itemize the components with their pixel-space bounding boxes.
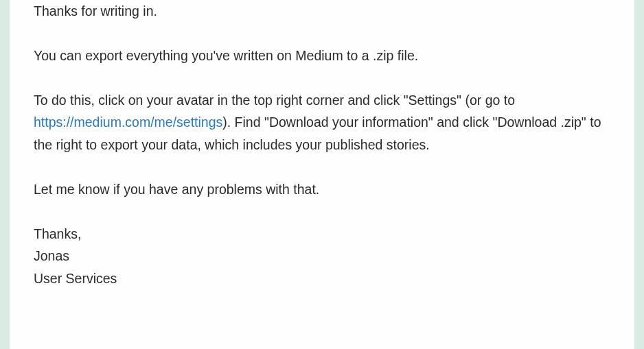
settings-link[interactable]: https://medium.com/me/settings xyxy=(34,115,222,130)
email-body: Thanks for writing in. You can export ev… xyxy=(10,0,634,349)
sender-team: User Services xyxy=(34,267,610,290)
instruction-pre-text: To do this, click on your avatar in the … xyxy=(34,93,515,108)
closing-word: Thanks, xyxy=(34,223,610,245)
page-container: Thanks for writing in. You can export ev… xyxy=(0,0,644,349)
sender-name: Jonas xyxy=(34,245,610,267)
followup-paragraph: Let me know if you have any problems wit… xyxy=(34,178,610,201)
greeting-line: Thanks for writing in. xyxy=(34,0,610,23)
margin-right xyxy=(634,0,644,349)
margin-left xyxy=(0,0,10,349)
instruction-paragraph: To do this, click on your avatar in the … xyxy=(34,89,610,156)
signature: Thanks, Jonas User Services xyxy=(34,223,610,290)
intro-paragraph: You can export everything you've written… xyxy=(34,45,610,67)
